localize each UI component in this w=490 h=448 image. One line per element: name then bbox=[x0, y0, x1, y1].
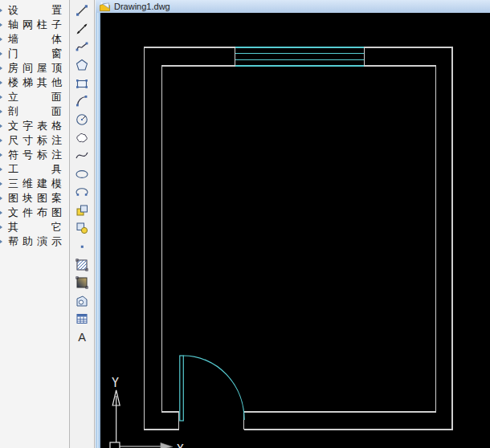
ellipse-arc-icon bbox=[75, 185, 89, 199]
menu-item-symbol-annotation[interactable]: 符号标注 bbox=[0, 148, 69, 162]
ucs-x-label: X bbox=[177, 442, 184, 448]
insert-block-icon bbox=[75, 203, 89, 218]
circle-icon bbox=[75, 112, 89, 127]
menu-item-door-window[interactable]: 门 窗 bbox=[0, 47, 69, 61]
construction-line-icon bbox=[75, 22, 89, 36]
menu-item-3d-modeling[interactable]: 三维建模 bbox=[0, 177, 69, 191]
menu-item-settings[interactable]: 设 置 bbox=[0, 3, 69, 18]
menu-item-room-roof[interactable]: 房间屋顶 bbox=[0, 61, 69, 75]
ucs-x-arrow bbox=[161, 443, 173, 448]
menu-item-label: 文件布图 bbox=[8, 206, 62, 220]
arc-tool-button[interactable] bbox=[71, 92, 92, 111]
line-tool-button[interactable] bbox=[71, 2, 92, 20]
menu-item-help-demo[interactable]: 帮助演示 bbox=[0, 234, 69, 249]
point-tool-button[interactable] bbox=[71, 238, 92, 256]
rectangle-tool-button[interactable] bbox=[71, 74, 92, 92]
door-leaf bbox=[180, 356, 183, 421]
hatch-tool-button[interactable] bbox=[71, 255, 92, 274]
menu-item-dimension[interactable]: 尺寸标注 bbox=[0, 133, 69, 148]
rectangle-icon bbox=[75, 76, 89, 91]
polygon-icon bbox=[75, 58, 89, 72]
spline-tool-button[interactable] bbox=[71, 147, 92, 165]
menu-item-label: 设 置 bbox=[8, 3, 62, 18]
construction-line-tool-button[interactable] bbox=[71, 20, 92, 39]
point-icon bbox=[75, 239, 89, 254]
menu-item-label: 符号标注 bbox=[8, 148, 62, 162]
ellipse-icon bbox=[75, 167, 89, 181]
window-plan-symbol[interactable] bbox=[235, 47, 365, 66]
polyline-icon bbox=[75, 39, 89, 54]
mtext-icon: A bbox=[75, 330, 89, 344]
menu-item-label: 图块图案 bbox=[8, 191, 62, 206]
menu-item-label: 文字表格 bbox=[8, 119, 62, 133]
drawing-document-window: Drawing1.dwg bbox=[96, 0, 490, 448]
spline-icon bbox=[75, 149, 89, 163]
make-block-icon bbox=[75, 221, 89, 235]
arc-icon bbox=[75, 94, 89, 108]
room-inner-wall bbox=[162, 66, 435, 412]
menu-item-label: 轴网柱子 bbox=[8, 18, 62, 32]
menu-item-label: 其 它 bbox=[8, 220, 62, 234]
menu-item-label: 墙 体 bbox=[8, 32, 62, 47]
room-walls[interactable] bbox=[145, 47, 452, 430]
menu-item-label: 房间屋顶 bbox=[8, 61, 62, 75]
revision-cloud-tool-button[interactable] bbox=[71, 128, 92, 147]
menu-item-label: 帮助演示 bbox=[8, 234, 62, 249]
menu-item-label: 三维建模 bbox=[8, 177, 62, 191]
polyline-tool-button[interactable] bbox=[71, 38, 92, 56]
menu-item-other[interactable]: 其 它 bbox=[0, 220, 69, 234]
menu-item-text-table[interactable]: 文字表格 bbox=[0, 119, 69, 133]
circle-tool-button[interactable] bbox=[71, 111, 92, 129]
ellipse-tool-button[interactable] bbox=[71, 165, 92, 183]
menu-item-elevation[interactable]: 立 面 bbox=[0, 90, 69, 104]
document-title: Drawing1.dwg bbox=[114, 2, 170, 11]
menu-item-label: 门 窗 bbox=[8, 47, 62, 61]
menu-item-section[interactable]: 剖 面 bbox=[0, 104, 69, 119]
make-block-tool-button[interactable] bbox=[71, 219, 92, 238]
menu-item-label: 楼梯其他 bbox=[8, 75, 62, 90]
document-title-bar[interactable]: Drawing1.dwg bbox=[96, 0, 490, 13]
gradient-tool-button[interactable] bbox=[71, 274, 92, 292]
mtext-tool-button[interactable]: A bbox=[71, 328, 92, 347]
table-tool-button[interactable] bbox=[71, 310, 92, 328]
region-tool-button[interactable] bbox=[71, 292, 92, 311]
tarch-cad-app: 设 置 轴网柱子 墙 体 门 窗 房间屋顶 楼梯其他 立 面 剖 面 文字表格 … bbox=[0, 0, 490, 448]
menu-item-tools[interactable]: 工 具 bbox=[0, 162, 69, 177]
menu-item-label: 剖 面 bbox=[8, 104, 62, 119]
revision-cloud-icon bbox=[75, 130, 89, 145]
ucs-y-label: Y bbox=[112, 376, 119, 390]
menu-item-file-layout[interactable]: 文件布图 bbox=[0, 206, 69, 220]
menu-item-block-pattern[interactable]: 图块图案 bbox=[0, 191, 69, 206]
draw-toolbar: A bbox=[69, 0, 95, 448]
door-swing-arc bbox=[183, 356, 244, 420]
menu-item-label: 立 面 bbox=[8, 90, 62, 104]
ucs-origin-box bbox=[110, 442, 120, 448]
ellipse-arc-tool-button[interactable] bbox=[71, 183, 92, 202]
dwg-file-icon bbox=[99, 2, 111, 12]
menu-item-axis-grid-column[interactable]: 轴网柱子 bbox=[0, 18, 69, 32]
region-icon bbox=[75, 294, 89, 308]
menu-item-stairs-other[interactable]: 楼梯其他 bbox=[0, 75, 69, 90]
menu-item-wall[interactable]: 墙 体 bbox=[0, 32, 69, 47]
polygon-tool-button[interactable] bbox=[71, 56, 92, 75]
room-outer-wall bbox=[145, 47, 452, 430]
drawing-canvas[interactable]: Y X bbox=[100, 13, 490, 448]
menu-item-label: 尺寸标注 bbox=[8, 133, 62, 148]
menu-item-label: 工 具 bbox=[8, 162, 62, 177]
door-plan-symbol[interactable] bbox=[180, 356, 244, 421]
door-jambs bbox=[179, 412, 244, 430]
table-icon bbox=[75, 312, 89, 326]
line-icon bbox=[75, 3, 89, 18]
gradient-icon bbox=[75, 275, 89, 290]
window-jambs bbox=[235, 47, 365, 66]
screen-menu: 设 置 轴网柱子 墙 体 门 窗 房间屋顶 楼梯其他 立 面 剖 面 文字表格 … bbox=[0, 0, 69, 448]
svg-text:A: A bbox=[78, 331, 86, 344]
hatch-icon bbox=[75, 258, 89, 272]
insert-block-tool-button[interactable] bbox=[71, 202, 92, 220]
